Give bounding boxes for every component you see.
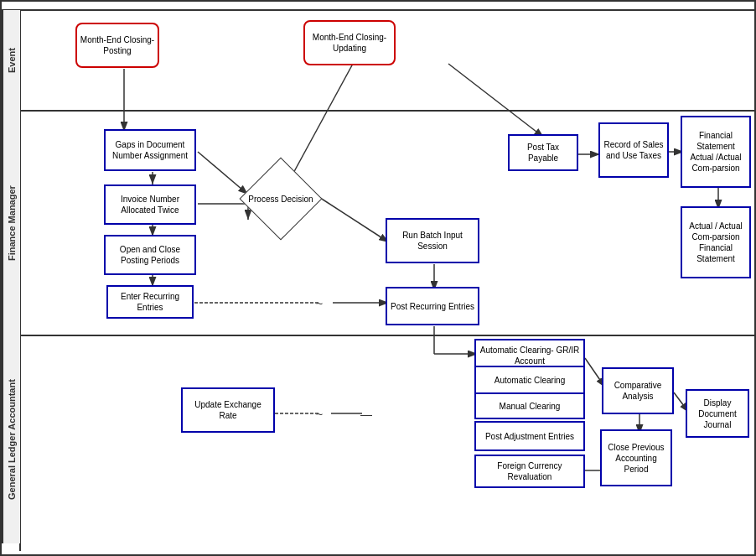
month-end-posting-box: Month-End Closing-Posting (75, 23, 159, 68)
fs-actual-box: Financial Statement Actual /Actual Com-p… (681, 116, 751, 188)
gaps-document-box: Gaps in Document Number Assignment (104, 129, 196, 171)
invoice-number-box: Invoice Number Allocated Twice (104, 184, 196, 225)
run-batch-box: Run Batch Input Session (386, 218, 479, 263)
display-document-box: Display Document Journal (686, 389, 749, 438)
svg-text:~: ~ (316, 297, 323, 310)
lane-finance-label: Finance Manager (2, 111, 20, 335)
actual-comparsion-box: Actual / Actual Com-parsion Financial St… (681, 206, 751, 278)
process-decision-diamond: Process Decision (247, 165, 314, 232)
lane-event-label: Event (2, 10, 20, 111)
month-end-updating-box: Month-End Closing-Updating (303, 20, 396, 65)
enter-recurring-box: Enter Recurring Entries (106, 285, 194, 319)
post-recurring-box: Post Recurring Entries (386, 287, 479, 325)
post-adjustment-box: Post Adjustment Entries (474, 421, 585, 451)
update-exchange-box: Update Exchange Rate (181, 387, 275, 433)
svg-line-8 (198, 152, 248, 195)
svg-text:—: — (360, 408, 372, 421)
svg-line-22 (448, 64, 544, 138)
post-tax-payable-box: Post Tax Payable (508, 134, 578, 171)
manual-clearing-box: Manual Clearing (474, 392, 585, 419)
svg-line-11 (315, 195, 389, 242)
record-sales-box: Record of Sales and Use Taxes (598, 122, 669, 178)
auto-clearing-box: Automatic Clearing (474, 366, 585, 394)
comparative-analysis-box: Comparative Analysis (602, 367, 674, 414)
svg-text:~: ~ (316, 408, 323, 421)
foreign-currency-box: Foreign Currency Revaluation (474, 455, 585, 488)
close-previous-box: Close Previous Accounting Period (600, 429, 672, 486)
lane-gl-label: General Ledger Accountant (2, 335, 20, 543)
diagram-container: ~ ~ — (0, 0, 756, 556)
open-close-periods-box: Open and Close Posting Periods (104, 235, 196, 275)
